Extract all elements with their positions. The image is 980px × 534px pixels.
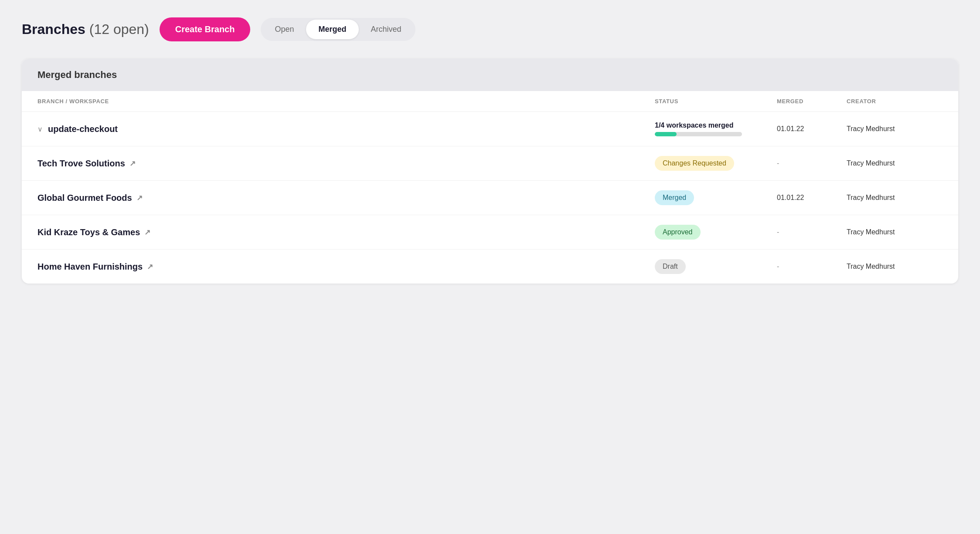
col-creator: CREATOR [847,98,943,105]
merged-date: - [777,159,847,167]
status-cell: Draft [655,259,777,274]
branch-name-cell: ∨ update-checkout [37,124,655,134]
workspace-row-kid-kraze: Kid Kraze Toys & Games ↗ Approved - Trac… [22,215,958,250]
workspace-name: Kid Kraze Toys & Games ↗ [37,227,150,237]
workspace-name-cell: Home Haven Furnishings ↗ [37,262,655,272]
creator-name: Tracy Medhurst [847,125,943,133]
branch-main-name: update-checkout [48,124,118,134]
workspace-name-cell: Tech Trove Solutions ↗ [37,159,655,169]
col-merged: MERGED [777,98,847,105]
tab-archived[interactable]: Archived [359,20,414,39]
create-branch-button[interactable]: Create Branch [160,17,251,41]
external-link-icon[interactable]: ↗ [144,228,150,237]
workspace-name: Tech Trove Solutions ↗ [37,159,136,169]
status-badge-approved: Approved [655,225,701,240]
progress-label: 1/4 workspaces merged [655,122,777,129]
creator-name: Tracy Medhurst [847,194,943,202]
chevron-down-icon[interactable]: ∨ [37,125,43,133]
status-cell: Merged [655,190,777,205]
tab-group: Open Merged Archived [261,18,415,41]
merged-date: - [777,228,847,236]
merged-date: 01.01.22 [777,194,847,202]
workspace-name: Home Haven Furnishings ↗ [37,262,153,272]
creator-name: Tracy Medhurst [847,228,943,236]
branch-status-cell: 1/4 workspaces merged [655,122,777,136]
card-header: Merged branches [22,59,958,91]
merged-date: 01.01.22 [777,125,847,133]
status-cell: Changes Requested [655,156,777,171]
workspace-name-cell: Global Gourmet Foods ↗ [37,193,655,203]
merged-date: - [777,263,847,270]
progress-bar [655,132,742,136]
table-header: BRANCH / WORKSPACE STATUS MERGED CREATOR [22,91,958,112]
tab-merged[interactable]: Merged [306,20,358,39]
workspace-row-tech-trove: Tech Trove Solutions ↗ Changes Requested… [22,146,958,181]
branch-row-update-checkout: ∨ update-checkout 1/4 workspaces merged … [22,112,958,146]
workspace-row-home-haven: Home Haven Furnishings ↗ Draft - Tracy M… [22,250,958,284]
workspace-name-cell: Kid Kraze Toys & Games ↗ [37,227,655,237]
workspace-row-global-gourmet: Global Gourmet Foods ↗ Merged 01.01.22 T… [22,181,958,215]
external-link-icon[interactable]: ↗ [136,193,143,203]
col-branch-workspace: BRANCH / WORKSPACE [37,98,655,105]
page-title: Branches (12 open) [22,21,149,37]
progress-bar-fill [655,132,677,136]
workspace-name: Global Gourmet Foods ↗ [37,193,143,203]
external-link-icon[interactable]: ↗ [147,262,153,271]
creator-name: Tracy Medhurst [847,159,943,167]
status-badge-draft: Draft [655,259,686,274]
external-link-icon[interactable]: ↗ [129,159,136,168]
branches-table-card: Merged branches BRANCH / WORKSPACE STATU… [22,59,958,284]
page-header: Branches (12 open) Create Branch Open Me… [22,17,958,41]
creator-name: Tracy Medhurst [847,263,943,270]
status-badge-merged: Merged [655,190,694,205]
status-cell: Approved [655,225,777,240]
section-title: Merged branches [37,69,117,80]
tab-open[interactable]: Open [262,20,306,39]
col-status: STATUS [655,98,777,105]
status-badge-changes-requested: Changes Requested [655,156,734,171]
